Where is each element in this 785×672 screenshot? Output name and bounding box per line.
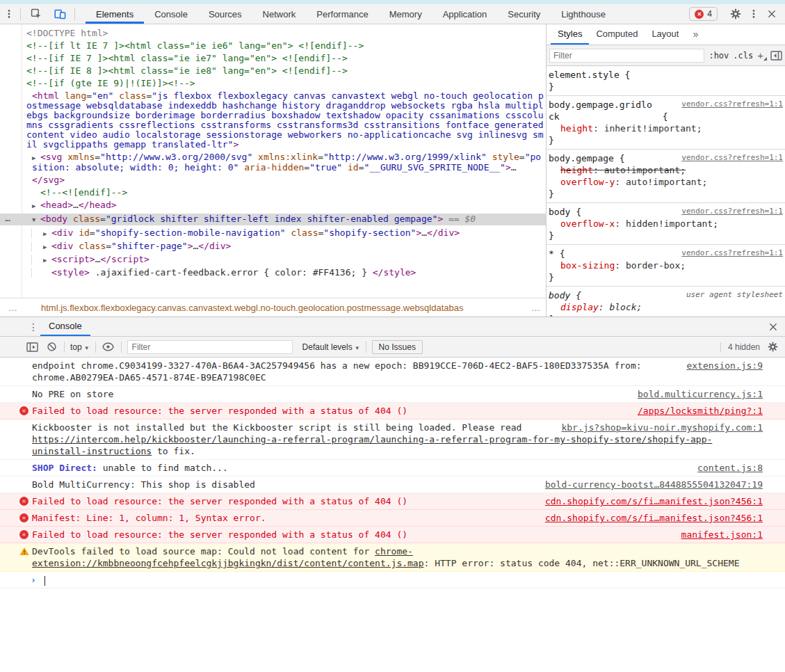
new-style-rule-button[interactable]: + — [757, 49, 766, 61]
css-property-name[interactable]: overflow-x — [560, 218, 615, 229]
expand-arrow-icon[interactable]: ▶ — [32, 153, 40, 163]
console-settings-button[interactable] — [766, 340, 779, 354]
element-classes-button[interactable]: .cls — [733, 51, 753, 61]
rule-selector[interactable]: body — [549, 289, 570, 301]
more-options-button[interactable] — [745, 9, 763, 19]
create-live-expression-button[interactable] — [102, 340, 115, 354]
tab-security[interactable]: Security — [497, 4, 551, 24]
tab-console[interactable]: Console — [40, 317, 90, 336]
console-source-link[interactable]: content.js:8 — [697, 462, 763, 474]
styles-tab-styles[interactable]: Styles — [551, 24, 589, 45]
tab-console[interactable]: Console — [144, 4, 198, 24]
tab-lighthouse[interactable]: Lighthouse — [551, 4, 616, 24]
dom-tree-node[interactable]: ▶<div class="shifter-page">…</div> — [0, 241, 546, 252]
dom-tree-node[interactable]: …▼<body class="gridlock shifter shifter-… — [0, 214, 546, 225]
tab-elements[interactable]: Elements — [86, 4, 144, 24]
console-source-link[interactable]: bold-currency-bootst…8448855504132047:19 — [545, 479, 763, 490]
toggle-element-state-button[interactable]: :hov — [709, 51, 729, 61]
expand-arrow-icon[interactable]: ▶ — [32, 201, 40, 211]
css-property[interactable]: height: auto!important; — [549, 164, 783, 176]
stylesheet-link[interactable]: vendor.css?refresh=1:1 — [681, 152, 783, 163]
inspect-element-button[interactable] — [27, 4, 45, 24]
console-prompt[interactable]: › — [0, 572, 785, 589]
css-property[interactable]: overflow-x: hidden!important; — [549, 218, 783, 230]
toggle-computed-sidebar-button[interactable] — [770, 51, 782, 61]
rule-selector[interactable]: * — [549, 248, 554, 259]
css-property[interactable]: display: block; — [549, 301, 783, 313]
styles-tab-layout[interactable]: Layout — [645, 24, 686, 45]
css-property-name[interactable]: height — [560, 123, 593, 134]
tab-sources[interactable]: Sources — [198, 4, 252, 24]
console-source-link[interactable]: manifest.json:1 — [681, 529, 763, 541]
css-property-name[interactable]: display — [560, 302, 599, 312]
issues-button[interactable]: No Issues — [372, 340, 423, 354]
styles-filter-input[interactable] — [549, 49, 704, 63]
breadcrumb-crumb-html[interactable]: html.js.flexbox.flexboxlegacy.canvas.can… — [26, 303, 526, 313]
stylesheet-link[interactable]: vendor.css?refresh=1:1 — [681, 99, 783, 109]
console-source-link[interactable]: kbr.js?shop=kivu-noir.myshopify.com:1 — [561, 422, 763, 433]
more-tabs-icon[interactable]: » — [686, 24, 705, 45]
console-source-link[interactable]: cdn.shopify.com/s/fi…manifest.json?456:1 — [545, 495, 763, 507]
css-property-value[interactable]: inherit!important; — [604, 123, 702, 134]
expand-arrow-icon[interactable]: ▶ — [43, 255, 51, 265]
dom-tree-node[interactable]: <!--[if lt IE 7 ]><html class="ie ie6" l… — [0, 41, 546, 51]
device-toolbar-toggle-button[interactable] — [51, 4, 69, 24]
breadcrumb-overflow-right[interactable]: … — [526, 303, 546, 313]
rule-selector[interactable]: element.style — [549, 69, 620, 81]
stylesheet-link[interactable]: vendor.css?refresh=1:1 — [681, 206, 783, 216]
close-devtools-button[interactable] — [763, 9, 781, 19]
console-source-link[interactable]: bold.multicurrency.js:1 — [638, 388, 763, 400]
rule-selector[interactable]: body.gempage — [549, 152, 614, 164]
drawer-menu-dots-icon[interactable]: ⋮ — [26, 317, 40, 336]
tab-application[interactable]: Application — [432, 4, 498, 24]
error-count-badge[interactable]: ✕ 4 — [689, 7, 718, 21]
node-overflow-menu-icon[interactable]: … — [5, 214, 11, 223]
javascript-context-dropdown[interactable]: top▼ — [70, 342, 90, 352]
css-property-value[interactable]: block; — [609, 302, 642, 312]
dom-tree-node[interactable]: </svg> — [0, 175, 546, 185]
dom-tree-node[interactable]: <!--<![endif]--> — [0, 188, 546, 198]
tab-performance[interactable]: Performance — [306, 4, 378, 24]
toolbar-menu-dots-icon[interactable] — [0, 4, 18, 24]
styles-tab-computed[interactable]: Computed — [589, 24, 645, 45]
breadcrumb-overflow-left[interactable]: … — [0, 303, 26, 313]
log-levels-dropdown[interactable]: Default levels▼ — [302, 342, 360, 352]
expand-arrow-icon[interactable]: ▶ — [43, 242, 51, 252]
dom-tree-node[interactable]: <style> .ajaxified-cart-feedback.error {… — [0, 268, 546, 278]
rule-selector[interactable]: body.gempage.gridlock — [549, 99, 657, 122]
console-source-link[interactable]: /apps/locksmith/ping?:1 — [638, 405, 763, 417]
dom-tree-node[interactable]: <html lang="en" class="js flexbox flexbo… — [0, 91, 546, 150]
css-property[interactable]: height: inherit!important; — [549, 122, 783, 134]
css-property-name[interactable]: height — [560, 165, 593, 175]
css-property-name[interactable]: box-sizing — [560, 260, 615, 271]
console-source-link[interactable]: cdn.shopify.com/s/fi…manifest.json?456:1 — [545, 512, 763, 524]
dom-tree-node[interactable]: ▶<div id="shopify-section-mobile-navigat… — [0, 228, 546, 239]
css-property-value[interactable]: auto!important; — [626, 177, 707, 187]
dom-tree-node[interactable]: ▶<script>…</script> — [0, 255, 546, 265]
close-drawer-button[interactable] — [761, 317, 785, 336]
dom-tree-node[interactable]: <!--[if (gte IE 9)|!(IE)]><!--> — [0, 79, 546, 88]
settings-button[interactable] — [727, 8, 745, 19]
expand-arrow-icon[interactable]: ▶ — [43, 229, 51, 239]
stylesheet-link[interactable]: vendor.css?refresh=1:1 — [681, 248, 783, 258]
dom-tree-node[interactable]: ▶<svg xmlns="http://www.w3.org/2000/svg"… — [0, 152, 546, 173]
dom-tree-node[interactable]: <!--[if IE 8 ]><html class="ie ie8" lang… — [0, 66, 546, 76]
show-console-sidebar-button[interactable] — [25, 340, 39, 354]
css-property[interactable]: overflow-y: auto!important; — [549, 176, 783, 188]
console-source-link[interactable]: extension.js:9 — [686, 360, 763, 371]
tab-network[interactable]: Network — [252, 4, 307, 24]
dom-tree-node[interactable]: <!DOCTYPE html> — [0, 29, 546, 38]
css-property-value[interactable]: auto!important; — [604, 165, 686, 175]
clear-console-button[interactable] — [44, 340, 58, 354]
css-property[interactable]: box-sizing: border-box; — [549, 259, 783, 271]
dom-tree-node[interactable]: <!--[if IE 7 ]><html class="ie ie7" lang… — [0, 54, 546, 63]
css-property-value[interactable]: hidden!important; — [626, 218, 718, 229]
collapse-arrow-icon[interactable]: ▼ — [32, 215, 40, 225]
rule-selector[interactable]: body — [549, 206, 570, 218]
css-property-name[interactable]: overflow-y — [560, 177, 615, 187]
console-filter-input[interactable] — [127, 340, 293, 354]
tab-memory[interactable]: Memory — [379, 4, 432, 24]
css-property-value[interactable]: border-box; — [626, 260, 686, 271]
dom-tree-node[interactable]: ▶<head>…</head> — [0, 200, 546, 211]
console-message-link[interactable]: https://intercom.help/kickbooster/launch… — [32, 434, 712, 456]
